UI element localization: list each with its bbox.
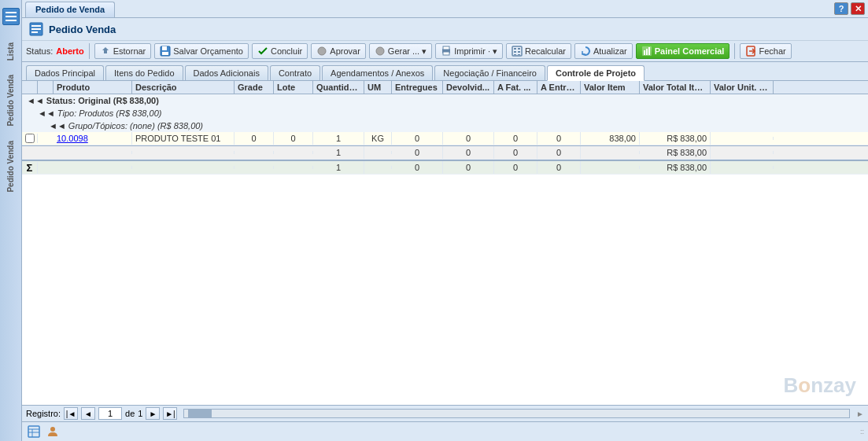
sidebar-item-lista[interactable]: Lista <box>5 39 17 64</box>
sidebar-item-pedido-venda-1[interactable]: Pedido Venda <box>5 72 17 130</box>
cell-descricao: PRODUTO TESTE 01 <box>132 132 235 145</box>
group-row-tipo: ◄ ◄ Tipo: Produtos (R$ 838,00) <box>22 107 868 119</box>
group-row-status: ◄ ◄ Status: Original (R$ 838,00) <box>22 94 868 107</box>
cell-um: KG <box>364 132 392 145</box>
tab-agendamentos[interactable]: Agendamentos / Anexos <box>322 65 433 80</box>
col-header-valor-unit: Valor Unit. Fi... <box>711 81 774 94</box>
svg-rect-6 <box>31 31 38 33</box>
svg-rect-15 <box>512 46 522 56</box>
horizontal-scrollbar[interactable] <box>183 409 850 418</box>
status-label: Status: <box>26 46 53 56</box>
total-valor-unit <box>711 166 774 169</box>
total-valor-total: R$ 838,00 <box>640 161 711 174</box>
pedido-venda-icon <box>28 21 44 37</box>
total-entregues: 0 <box>392 161 443 174</box>
tab-dados-adicionais[interactable]: Dados Adicionais <box>185 65 268 80</box>
subtotal-valor-total: R$ 838,00 <box>640 146 711 159</box>
row-checkbox[interactable] <box>25 134 35 143</box>
aprovar-button[interactable]: Aprovar <box>311 43 366 59</box>
calc-icon <box>512 46 523 57</box>
group-triangle-2: ◄ <box>38 108 46 118</box>
cell-valor-unit <box>711 137 774 140</box>
total-um <box>364 166 392 169</box>
group-label-grupo: ◄ Grupo/Tópicos: (none) (R$ 838,00) <box>57 121 203 130</box>
total-entreg: 0 <box>537 161 581 174</box>
cell-quantidade: 1 <box>313 132 364 145</box>
group-label-tipo: ◄ Tipo: Produtos (R$ 838,00) <box>46 108 162 118</box>
window-close-button[interactable]: ✕ <box>851 2 865 15</box>
cell-valor-item: 838,00 <box>581 132 640 145</box>
print-icon <box>441 46 452 57</box>
table-row: 10.0098 PRODUTO TESTE 01 0 0 1 KG 0 0 0 … <box>22 132 868 145</box>
imprimir-button[interactable]: Imprimir · ▾ <box>435 43 503 59</box>
left-sidebar: Lista Pedido Venda Pedido Venda <box>0 0 22 441</box>
subtotal-row: 1 0 0 0 0 R$ 838,00 <box>22 145 868 160</box>
cell-devolvido: 0 <box>443 132 494 145</box>
table-body: ◄ ◄ Status: Original (R$ 838,00) ◄ ◄ Tip… <box>22 94 868 405</box>
atualizar-button[interactable]: Atualizar <box>574 43 633 59</box>
subtotal-entregues: 0 <box>392 146 443 159</box>
total-quantidade: 1 <box>313 161 364 174</box>
svg-rect-5 <box>31 28 41 30</box>
col-header-entregues: Entregues <box>392 81 443 94</box>
nav-first-button[interactable]: |◄ <box>64 407 78 420</box>
nav-next-button[interactable]: ► <box>146 407 160 420</box>
sigma-symbol: Σ <box>27 162 33 174</box>
nav-last-button[interactable]: ►| <box>163 407 177 420</box>
painel-icon <box>641 46 652 57</box>
subtotal-afat: 0 <box>494 146 537 159</box>
nav-prev-button[interactable]: ◄ <box>81 407 95 420</box>
toolbar-sep-2 <box>734 43 735 59</box>
sidebar-menu-icon[interactable] <box>2 8 20 25</box>
svg-rect-13 <box>443 46 449 50</box>
painel-comercial-button[interactable]: Painel Comercial <box>636 43 730 59</box>
estornar-button[interactable]: Estornar <box>94 43 152 59</box>
recalcular-button[interactable]: Recalcular <box>506 43 571 59</box>
tab-itens-pedido[interactable]: Itens do Pedido <box>105 65 183 80</box>
total-row: Σ 1 0 0 0 0 R$ 838,00 <box>22 160 868 175</box>
subtotal-entreg: 0 <box>537 146 581 159</box>
total-afat: 0 <box>494 161 537 174</box>
tab-contrato[interactable]: Contrato <box>270 65 320 80</box>
main-content: Produto Descrição Grade Lote Quantida...… <box>22 81 868 405</box>
tab-dados-principal[interactable]: Dados Principal <box>26 65 104 80</box>
tabs-container: Dados Principal Itens do Pedido Dados Ad… <box>22 62 868 81</box>
salvar-button[interactable]: Salvar Orçamento <box>154 43 249 59</box>
cell-lote: 0 <box>274 132 313 145</box>
col-header-afat: A Fat. ... <box>494 81 537 94</box>
subtotal-quantidade: 1 <box>313 146 364 159</box>
svg-rect-21 <box>518 54 520 55</box>
help-button[interactable]: ? <box>834 2 848 15</box>
registro-label: Registro: <box>26 409 61 418</box>
window-tab[interactable]: Pedido de Venda <box>25 2 115 17</box>
svg-rect-17 <box>518 48 520 50</box>
tab-controle-projeto[interactable]: Controle de Projeto <box>547 65 645 81</box>
toolbar-sep-1 <box>89 43 90 59</box>
concluir-button[interactable]: Concluir <box>252 43 308 59</box>
tab-negociacao[interactable]: Negociação / Financeiro <box>434 65 545 80</box>
svg-rect-2 <box>6 20 17 21</box>
total-valor-item <box>581 166 640 169</box>
svg-rect-19 <box>518 51 520 53</box>
scrollbar-thumb <box>188 410 212 417</box>
subtotal-grade <box>235 151 274 154</box>
bottom-icon-table[interactable] <box>26 424 42 439</box>
page-number-input[interactable]: 1 <box>98 407 122 420</box>
corner-resize: :: <box>860 428 864 435</box>
subtotal-um <box>364 151 392 154</box>
col-header-valor-item: Valor Item <box>581 81 640 94</box>
total-devolvido: 0 <box>443 161 494 174</box>
group-row-grupo: ◄ ◄ Grupo/Tópicos: (none) (R$ 838,00) <box>22 119 868 132</box>
gerar-button[interactable]: Gerar ... ▾ <box>369 43 432 59</box>
total-pages: 1 <box>138 409 142 418</box>
toolbar: Status: Aberto Estornar Salvar Orçamento… <box>22 41 868 62</box>
fechar-button[interactable]: Fechar <box>740 43 791 59</box>
subtotal-produto <box>54 151 132 154</box>
bottom-icon-user[interactable] <box>45 424 61 439</box>
refresh-icon <box>580 46 591 57</box>
cell-valor-total: R$ 838,00 <box>640 132 711 145</box>
sidebar-item-pedido-venda-2[interactable]: Pedido Venda <box>5 138 17 196</box>
total-grade <box>235 166 274 169</box>
cell-produto[interactable]: 10.0098 <box>54 132 132 145</box>
table-header: Produto Descrição Grade Lote Quantida...… <box>22 81 868 94</box>
